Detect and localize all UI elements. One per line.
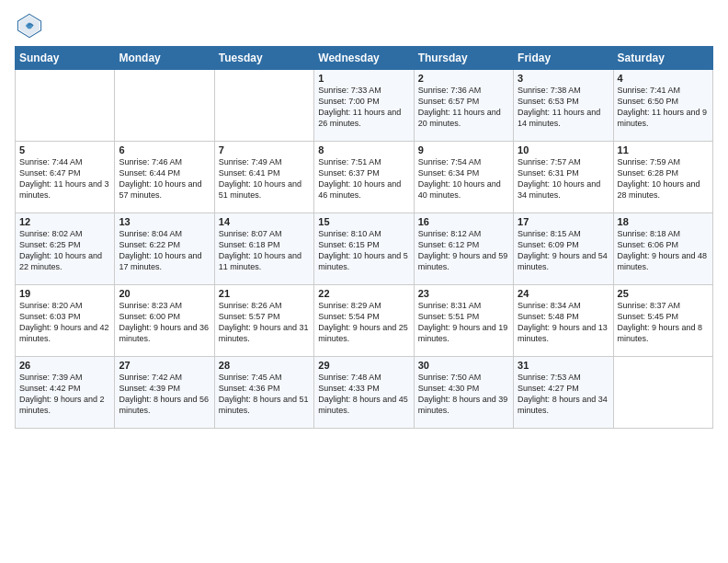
weekday-monday: Monday — [115, 47, 214, 70]
day-number: 22 — [318, 288, 409, 299]
day-info: Sunrise: 8:12 AM Sunset: 6:12 PM Dayligh… — [418, 228, 509, 273]
day-number: 14 — [219, 216, 310, 227]
weekday-saturday: Saturday — [613, 47, 712, 70]
day-number: 5 — [19, 144, 110, 155]
day-info: Sunrise: 7:44 AM Sunset: 6:47 PM Dayligh… — [19, 156, 110, 201]
day-info: Sunrise: 7:48 AM Sunset: 4:33 PM Dayligh… — [318, 372, 409, 417]
day-number: 21 — [219, 288, 310, 299]
calendar-cell: 17Sunrise: 8:15 AM Sunset: 6:09 PM Dayli… — [514, 213, 613, 285]
day-info: Sunrise: 8:15 AM Sunset: 6:09 PM Dayligh… — [518, 228, 609, 273]
week-row-1: 1Sunrise: 7:33 AM Sunset: 7:00 PM Daylig… — [16, 70, 713, 142]
week-row-4: 19Sunrise: 8:20 AM Sunset: 6:03 PM Dayli… — [16, 285, 713, 357]
calendar-cell: 15Sunrise: 8:10 AM Sunset: 6:15 PM Dayli… — [314, 213, 414, 285]
calendar-cell: 18Sunrise: 8:18 AM Sunset: 6:06 PM Dayli… — [613, 213, 712, 285]
calendar-cell — [16, 70, 115, 142]
calendar-cell: 2Sunrise: 7:36 AM Sunset: 6:57 PM Daylig… — [414, 70, 513, 142]
weekday-sunday: Sunday — [16, 47, 115, 70]
day-info: Sunrise: 7:50 AM Sunset: 4:30 PM Dayligh… — [418, 372, 509, 417]
day-info: Sunrise: 8:31 AM Sunset: 5:51 PM Dayligh… — [418, 300, 509, 345]
calendar-cell: 27Sunrise: 7:42 AM Sunset: 4:39 PM Dayli… — [115, 357, 214, 429]
day-info: Sunrise: 7:49 AM Sunset: 6:41 PM Dayligh… — [219, 156, 310, 201]
calendar-cell: 12Sunrise: 8:02 AM Sunset: 6:25 PM Dayli… — [16, 213, 115, 285]
day-number: 8 — [318, 144, 409, 155]
calendar-cell: 3Sunrise: 7:38 AM Sunset: 6:53 PM Daylig… — [514, 70, 613, 142]
calendar-cell: 21Sunrise: 8:26 AM Sunset: 5:57 PM Dayli… — [214, 285, 313, 357]
calendar-cell: 5Sunrise: 7:44 AM Sunset: 6:47 PM Daylig… — [16, 142, 115, 213]
day-number: 26 — [19, 360, 110, 371]
day-info: Sunrise: 8:23 AM Sunset: 6:00 PM Dayligh… — [119, 300, 210, 345]
calendar-table: SundayMondayTuesdayWednesdayThursdayFrid… — [15, 46, 713, 429]
day-info: Sunrise: 8:29 AM Sunset: 5:54 PM Dayligh… — [318, 300, 409, 345]
calendar-cell: 31Sunrise: 7:53 AM Sunset: 4:27 PM Dayli… — [514, 357, 613, 429]
day-info: Sunrise: 8:34 AM Sunset: 5:48 PM Dayligh… — [518, 300, 609, 345]
day-number: 10 — [518, 144, 609, 155]
weekday-wednesday: Wednesday — [314, 47, 414, 70]
day-info: Sunrise: 8:26 AM Sunset: 5:57 PM Dayligh… — [219, 300, 310, 345]
calendar-cell — [214, 70, 313, 142]
day-number: 15 — [318, 216, 409, 227]
calendar-cell: 22Sunrise: 8:29 AM Sunset: 5:54 PM Dayli… — [314, 285, 414, 357]
day-number: 18 — [618, 216, 709, 227]
day-number: 16 — [418, 216, 509, 227]
calendar-cell — [613, 357, 712, 429]
day-number: 28 — [219, 360, 310, 371]
calendar-cell: 14Sunrise: 8:07 AM Sunset: 6:18 PM Dayli… — [214, 213, 313, 285]
day-info: Sunrise: 7:45 AM Sunset: 4:36 PM Dayligh… — [219, 372, 310, 417]
calendar-cell: 26Sunrise: 7:39 AM Sunset: 4:42 PM Dayli… — [16, 357, 115, 429]
day-info: Sunrise: 7:36 AM Sunset: 6:57 PM Dayligh… — [418, 85, 509, 130]
day-info: Sunrise: 8:37 AM Sunset: 5:45 PM Dayligh… — [618, 300, 709, 345]
calendar-cell: 19Sunrise: 8:20 AM Sunset: 6:03 PM Dayli… — [16, 285, 115, 357]
day-number: 27 — [119, 360, 210, 371]
calendar-cell: 16Sunrise: 8:12 AM Sunset: 6:12 PM Dayli… — [414, 213, 513, 285]
logo — [15, 13, 42, 42]
day-number: 6 — [119, 144, 210, 155]
logo-icon — [17, 13, 42, 39]
day-info: Sunrise: 8:02 AM Sunset: 6:25 PM Dayligh… — [19, 228, 110, 273]
day-info: Sunrise: 7:57 AM Sunset: 6:31 PM Dayligh… — [518, 156, 609, 201]
day-number: 17 — [518, 216, 609, 227]
day-number: 12 — [19, 216, 110, 227]
day-info: Sunrise: 7:39 AM Sunset: 4:42 PM Dayligh… — [19, 372, 110, 417]
day-number: 29 — [318, 360, 409, 371]
day-number: 30 — [418, 360, 509, 371]
calendar-cell: 4Sunrise: 7:41 AM Sunset: 6:50 PM Daylig… — [613, 70, 712, 142]
week-row-2: 5Sunrise: 7:44 AM Sunset: 6:47 PM Daylig… — [16, 142, 713, 213]
day-number: 4 — [618, 73, 709, 84]
weekday-friday: Friday — [514, 47, 613, 70]
weekday-thursday: Thursday — [414, 47, 513, 70]
calendar-cell: 8Sunrise: 7:51 AM Sunset: 6:37 PM Daylig… — [314, 142, 414, 213]
day-info: Sunrise: 8:07 AM Sunset: 6:18 PM Dayligh… — [219, 228, 310, 273]
day-info: Sunrise: 8:04 AM Sunset: 6:22 PM Dayligh… — [119, 228, 210, 273]
day-number: 24 — [518, 288, 609, 299]
day-info: Sunrise: 7:54 AM Sunset: 6:34 PM Dayligh… — [418, 156, 509, 201]
day-info: Sunrise: 7:38 AM Sunset: 6:53 PM Dayligh… — [518, 85, 609, 130]
day-info: Sunrise: 7:33 AM Sunset: 7:00 PM Dayligh… — [318, 85, 409, 130]
calendar-cell: 28Sunrise: 7:45 AM Sunset: 4:36 PM Dayli… — [214, 357, 313, 429]
calendar-cell: 9Sunrise: 7:54 AM Sunset: 6:34 PM Daylig… — [414, 142, 513, 213]
day-number: 9 — [418, 144, 509, 155]
day-number: 3 — [518, 73, 609, 84]
calendar-cell: 23Sunrise: 8:31 AM Sunset: 5:51 PM Dayli… — [414, 285, 513, 357]
day-number: 23 — [418, 288, 509, 299]
week-row-3: 12Sunrise: 8:02 AM Sunset: 6:25 PM Dayli… — [16, 213, 713, 285]
header-row — [15, 9, 713, 42]
day-info: Sunrise: 7:51 AM Sunset: 6:37 PM Dayligh… — [318, 156, 409, 201]
day-number: 7 — [219, 144, 310, 155]
calendar-cell: 11Sunrise: 7:59 AM Sunset: 6:28 PM Dayli… — [613, 142, 712, 213]
calendar-cell: 7Sunrise: 7:49 AM Sunset: 6:41 PM Daylig… — [214, 142, 313, 213]
day-number: 1 — [318, 73, 409, 84]
calendar-cell: 1Sunrise: 7:33 AM Sunset: 7:00 PM Daylig… — [314, 70, 414, 142]
day-number: 25 — [618, 288, 709, 299]
weekday-header-row: SundayMondayTuesdayWednesdayThursdayFrid… — [16, 47, 713, 70]
day-info: Sunrise: 8:18 AM Sunset: 6:06 PM Dayligh… — [618, 228, 709, 273]
day-info: Sunrise: 8:20 AM Sunset: 6:03 PM Dayligh… — [19, 300, 110, 345]
day-info: Sunrise: 7:53 AM Sunset: 4:27 PM Dayligh… — [518, 372, 609, 417]
calendar-cell: 25Sunrise: 8:37 AM Sunset: 5:45 PM Dayli… — [613, 285, 712, 357]
day-number: 11 — [618, 144, 709, 155]
week-row-5: 26Sunrise: 7:39 AM Sunset: 4:42 PM Dayli… — [16, 357, 713, 429]
day-number: 13 — [119, 216, 210, 227]
calendar-cell: 6Sunrise: 7:46 AM Sunset: 6:44 PM Daylig… — [115, 142, 214, 213]
calendar-cell: 13Sunrise: 8:04 AM Sunset: 6:22 PM Dayli… — [115, 213, 214, 285]
calendar-cell: 30Sunrise: 7:50 AM Sunset: 4:30 PM Dayli… — [414, 357, 513, 429]
calendar-cell: 29Sunrise: 7:48 AM Sunset: 4:33 PM Dayli… — [314, 357, 414, 429]
